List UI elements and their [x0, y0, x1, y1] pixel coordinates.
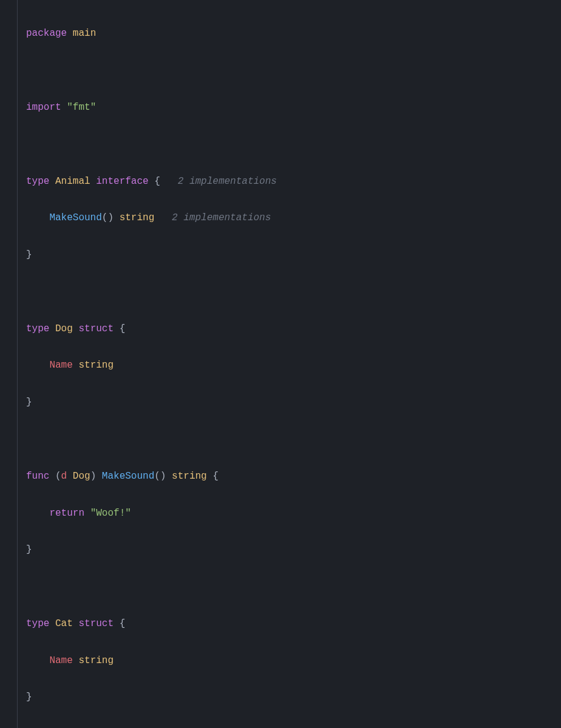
code-line: type Cat struct { [26, 615, 552, 633]
code-line: func (d Dog) MakeSound() string { [26, 467, 552, 485]
code-line: } [26, 393, 552, 411]
code-area[interactable]: package main import "fmt" type Animal in… [18, 0, 561, 728]
code-line: import "fmt" [26, 98, 552, 116]
code-line [26, 725, 552, 728]
inlay-hint[interactable]: 2 implementations [178, 176, 277, 187]
code-line: type Animal interface { 2 implementation… [26, 172, 552, 190]
code-line [26, 135, 552, 153]
code-line: } [26, 246, 552, 264]
code-line [26, 61, 552, 79]
code-line: return "Woof!" [26, 504, 552, 522]
inlay-hint[interactable]: 2 implementations [172, 212, 271, 223]
code-line: } [26, 541, 552, 559]
code-line: Name string [26, 652, 552, 670]
code-line: } [26, 688, 552, 706]
gutter [0, 0, 18, 728]
code-line [26, 578, 552, 596]
code-line: MakeSound() string 2 implementations [26, 209, 552, 227]
code-editor[interactable]: package main import "fmt" type Animal in… [0, 0, 561, 728]
code-line [26, 430, 552, 448]
code-line [26, 283, 552, 301]
code-line: package main [26, 24, 552, 42]
code-line: type Dog struct { [26, 320, 552, 338]
code-line: Name string [26, 356, 552, 374]
